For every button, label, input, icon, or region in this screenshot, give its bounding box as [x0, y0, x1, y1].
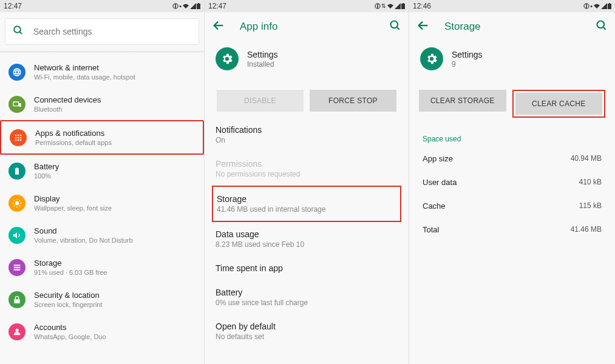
svg-line-27 [19, 200, 20, 200]
app-header: Settings Installed [205, 41, 409, 81]
svg-point-9 [18, 134, 19, 136]
search-button[interactable] [389, 19, 401, 34]
svg-rect-17 [15, 168, 19, 175]
svg-line-46 [603, 27, 606, 30]
info-sub: On [216, 136, 398, 144]
appbar-title: Storage [444, 21, 596, 33]
info-sub: 0% use since last full charge [216, 298, 398, 307]
status-icons: • [583, 2, 611, 10]
svg-point-19 [15, 201, 19, 205]
setting-item-devices[interactable]: Connected devices Bluetooth [0, 88, 204, 120]
search-row [0, 12, 204, 51]
svg-point-8 [15, 134, 17, 136]
svg-point-45 [597, 21, 605, 29]
svg-point-15 [18, 139, 19, 141]
setting-title: Apps & notifications [35, 129, 112, 138]
svg-rect-29 [14, 267, 21, 268]
search-input[interactable] [33, 27, 191, 36]
status-bar: 12:47 ⇅ [205, 0, 409, 12]
usage-value: 40.94 MB [571, 154, 602, 163]
info-item[interactable]: Storage 41.46 MB used in internal storag… [212, 186, 401, 222]
setting-item-apps[interactable]: Apps & notifications Permissions, defaul… [0, 120, 204, 155]
usage-row: Cache 115 kB [409, 194, 615, 218]
svg-rect-2 [197, 4, 200, 9]
svg-rect-43 [609, 3, 610, 4]
setting-item-sound[interactable]: Sound Volume, vibration, Do Not Disturb [0, 219, 204, 251]
svg-rect-31 [14, 299, 19, 303]
back-button[interactable] [416, 19, 430, 35]
usage-label: User data [423, 178, 457, 187]
info-item: Permissions No permissions requested [216, 152, 398, 186]
search-button[interactable] [596, 19, 608, 34]
usage-list: App size 40.94 MB User data 410 kB Cache… [409, 147, 615, 241]
usage-label: Cache [423, 201, 446, 211]
info-sub: 8.23 MB used since Feb 10 [216, 240, 398, 249]
setting-sub: Wallpaper, sleep, font size [34, 204, 112, 212]
force-stop-button[interactable]: FORCE STOP [310, 90, 396, 112]
svg-rect-7 [19, 103, 21, 107]
setting-sub: Screen lock, fingerprint [34, 301, 103, 308]
setting-item-globe[interactable]: Network & internet Wi-Fi, mobile, data u… [0, 56, 204, 88]
status-time: 12:46 [413, 2, 431, 10]
usage-value: 115 kB [579, 201, 602, 211]
setting-sub: 91% used · 6.03 GB free [34, 269, 107, 276]
setting-item-accounts[interactable]: Accounts WhatsApp, Google, Duo [0, 315, 204, 348]
svg-point-38 [391, 21, 398, 29]
svg-rect-28 [14, 265, 21, 266]
back-button[interactable] [212, 19, 225, 35]
setting-title: Connected devices [34, 95, 101, 104]
clear-cache-button[interactable]: CLEAR CACHE [515, 93, 603, 115]
svg-point-12 [18, 136, 19, 138]
info-list: Notifications On Permissions No permissi… [205, 118, 409, 348]
search-box[interactable] [5, 18, 199, 45]
status-icons: • [172, 2, 200, 10]
svg-point-32 [15, 328, 18, 331]
appbar: Storage [409, 12, 615, 41]
setting-title: Battery [34, 162, 59, 171]
info-item[interactable]: Time spent in app [216, 256, 398, 280]
status-time: 12:47 [4, 2, 22, 10]
setting-sub: Wi-Fi, mobile, data usage, hotspot [34, 73, 135, 81]
gear-icon [216, 47, 239, 70]
svg-line-39 [397, 27, 399, 30]
setting-title: Sound [34, 226, 133, 235]
clear-storage-button[interactable]: CLEAR STORAGE [419, 90, 506, 112]
pane-storage: 12:46 • Storage Settings 9 CLEAR STORAGE… [409, 0, 615, 364]
setting-item-battery[interactable]: Battery 100% [0, 155, 204, 187]
button-row: CLEAR STORAGE CLEAR CACHE [409, 86, 615, 124]
devices-icon [8, 96, 25, 113]
section-label: Space used [409, 124, 615, 147]
pane-settings: 12:47 • Network & internet Wi-Fi, mobile… [0, 0, 205, 364]
info-title: Storage [217, 194, 396, 204]
info-item[interactable]: Notifications On [216, 118, 398, 152]
svg-rect-6 [13, 102, 19, 106]
svg-rect-41 [586, 4, 587, 8]
svg-line-25 [19, 206, 20, 206]
status-icons: ⇅ [375, 3, 405, 9]
info-item[interactable]: Open by default No defaults set [216, 314, 398, 348]
search-icon [13, 25, 24, 38]
svg-line-24 [14, 200, 15, 200]
info-sub: No permissions requested [216, 170, 398, 178]
setting-item-storage[interactable]: Storage 91% used · 6.03 GB free [0, 251, 204, 283]
accounts-icon [8, 323, 25, 340]
appbar: App info [205, 12, 409, 41]
info-item[interactable]: Battery 0% use since last full charge [216, 280, 398, 314]
status-bar: 12:46 • [409, 0, 615, 12]
settings-list: Network & internet Wi-Fi, mobile, data u… [0, 53, 204, 348]
setting-item-lock[interactable]: Security & location Screen lock, fingerp… [0, 283, 204, 315]
setting-item-display[interactable]: Display Wallpaper, sleep, font size [0, 187, 204, 219]
setting-title: Accounts [34, 323, 106, 332]
app-header: Settings 9 [409, 41, 615, 81]
info-title: Time spent in app [216, 263, 398, 273]
setting-title: Security & location [34, 291, 103, 300]
pane-app-info: 12:47 ⇅ App info Settings Installed DISA… [205, 0, 409, 364]
svg-point-16 [20, 139, 22, 141]
svg-line-5 [19, 32, 22, 34]
sound-icon [8, 227, 25, 244]
svg-rect-3 [198, 3, 199, 4]
info-sub: No defaults set [216, 332, 398, 341]
button-row: DISABLE FORCE STOP [205, 86, 409, 118]
usage-row: Total 41.46 MB [409, 218, 615, 241]
info-item[interactable]: Data usage 8.23 MB used since Feb 10 [216, 222, 398, 256]
